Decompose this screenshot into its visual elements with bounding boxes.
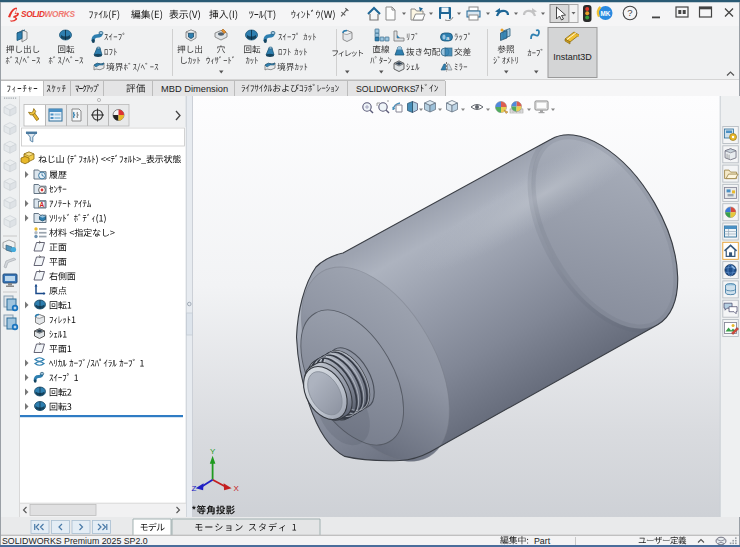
svg-text:MK: MK [601,10,611,17]
svg-text:Part: Part [534,536,551,546]
svg-text:SOLIDWORKS: SOLIDWORKS [356,84,416,94]
svg-text:SOLIDWORKS Premium 2025 SP2.0: SOLIDWORKS Premium 2025 SP2.0 [2,536,148,546]
svg-text:MBD Dimension: MBD Dimension [161,84,228,94]
svg-text:?: ? [627,7,632,18]
svg-text:Z: Z [192,484,197,493]
svg-text:Instant3D: Instant3D [553,52,592,62]
svg-text:X: X [234,484,240,493]
svg-text:SOLIDWORKS: SOLIDWORKS [21,9,75,19]
svg-text:Y: Y [210,447,216,456]
svg-text:A: A [39,201,44,208]
